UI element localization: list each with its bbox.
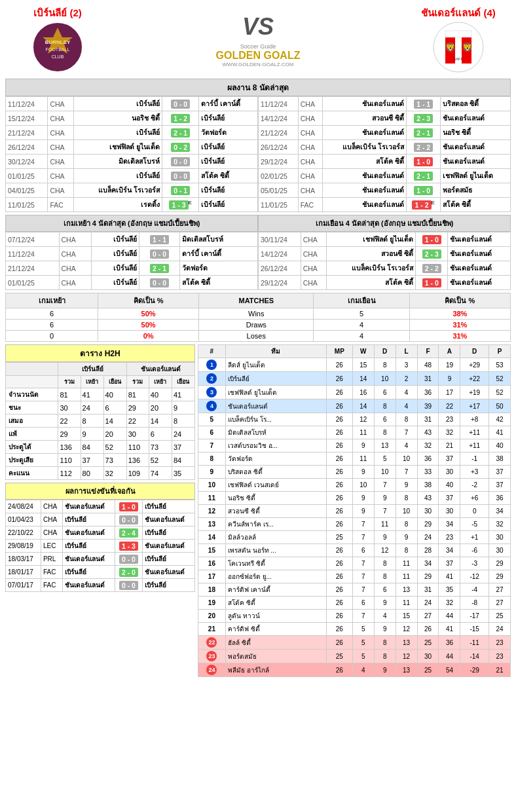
league-mp: 26 bbox=[326, 358, 352, 372]
league-a: 40 bbox=[439, 479, 460, 492]
list-item: 07/12/24 CHA เบิร์นลีย์ 1 - 1 มิดเดิลสโบ… bbox=[6, 232, 258, 247]
match-date: 05/01/25 bbox=[259, 183, 299, 198]
h2h-b-home: 8 bbox=[81, 415, 103, 428]
h2h-b-away: 20 bbox=[103, 428, 126, 441]
h2h-s-home: 73 bbox=[149, 441, 172, 454]
match-away: สโต้ค ซิตี้ bbox=[198, 169, 257, 183]
table-row: คะแนน 112 80 32 109 74 35 bbox=[6, 467, 195, 480]
col-l: L bbox=[396, 345, 417, 358]
match-away: ชันเดอร์แลนด์ bbox=[441, 140, 511, 155]
league-pts: 23 bbox=[488, 636, 510, 650]
match-home: ชันเดอร์แลนด์ bbox=[322, 97, 406, 111]
league-pts: 37 bbox=[488, 466, 510, 479]
match-comp: CHA bbox=[298, 126, 322, 140]
league-diff: +6 bbox=[460, 492, 489, 505]
h2h-sunderland-header: ชันเดอร์แลนด์ bbox=[126, 363, 194, 376]
list-item: 02/01/25 CHA ชันเดอร์แลนด์ 2 - 1 เชฟฟิลด… bbox=[259, 169, 511, 183]
h2h-s-total: 30 bbox=[126, 428, 149, 441]
league-pts: 41 bbox=[488, 426, 510, 439]
match-score: 0 - 0 bbox=[139, 276, 179, 290]
league-w: 5 bbox=[352, 623, 374, 636]
table-row: 15 เพรสตัน นอร์ท ... 26 6 12 8 28 34 -6 … bbox=[198, 544, 511, 557]
match-comp: CHA bbox=[48, 183, 73, 198]
score-badge: 1 - 0 bbox=[422, 278, 441, 287]
league-rank: 5 bbox=[198, 413, 226, 426]
h2h-b-total: 29 bbox=[58, 428, 81, 441]
list-item: 26/12/24 CHA เชฟฟิลด์ ยูไนเต็ด 0 - 2 เบิ… bbox=[6, 140, 258, 155]
h2h-s-total: 29 bbox=[126, 401, 149, 415]
league-rank: 13 bbox=[198, 518, 226, 531]
champ-form: เกมเหย้า 4 นัดล่าสุด (อังกฤษ แชมป์เปี้ยน… bbox=[5, 215, 511, 290]
league-f: 34 bbox=[417, 557, 439, 570]
table-row: 5 แบล็คเบิร์น โร... 26 12 6 8 31 23 +8 4… bbox=[198, 413, 511, 426]
h2h-col: ตาราง H2H เบิร์นลีย์ ชันเดอร์แลนด์ รวม เ… bbox=[5, 344, 195, 677]
league-rank: 14 bbox=[198, 531, 226, 544]
match-away: บริสตอล ซิตี้ bbox=[441, 97, 511, 111]
team2-title: ชันเดอร์แลนด์ (4) bbox=[406, 5, 511, 21]
league-f: 36 bbox=[417, 386, 439, 399]
burnley-logo: BURNLEY FOOTBALL CLUB bbox=[31, 21, 84, 73]
league-l: 8 bbox=[396, 413, 417, 426]
league-f: 24 bbox=[417, 597, 439, 610]
past-score: 0 - 0 bbox=[115, 553, 142, 566]
league-team: เชฟฟิลด์ เวนสเดย์ bbox=[225, 479, 326, 492]
score-badge: 2 - 1 bbox=[150, 264, 169, 273]
league-pts: 24 bbox=[488, 623, 510, 636]
match-date: 26/12/24 bbox=[259, 140, 299, 155]
league-d: 12 bbox=[374, 544, 396, 557]
league-l: 13 bbox=[396, 663, 417, 677]
league-diff: -3 bbox=[460, 557, 489, 570]
h2h-s-total: 109 bbox=[126, 467, 149, 480]
league-w: 9 bbox=[352, 505, 374, 518]
h2h-s-home: 6 bbox=[149, 428, 172, 441]
league-w: 10 bbox=[352, 479, 374, 492]
away-draws-pct: 31% bbox=[409, 320, 510, 331]
league-f: 29 bbox=[417, 570, 439, 583]
league-team: แบล็คเบิร์น โร... bbox=[225, 413, 326, 426]
league-w: 4 bbox=[352, 663, 374, 677]
league-l: 7 bbox=[396, 466, 417, 479]
list-item: 11/01/25 FAC ชันเดอร์แลนด์ 1 - 2E สโต้ค … bbox=[259, 198, 511, 212]
league-team: มิดเดิลสโบรห์ bbox=[225, 426, 326, 439]
h2h-sub-headers: รวม เหย้า เยือน รวม เหย้า เยือน bbox=[6, 376, 195, 388]
league-diff: -15 bbox=[460, 623, 489, 636]
svg-point-5 bbox=[433, 22, 483, 72]
league-rank: 20 bbox=[198, 610, 226, 623]
score-badge: 1 - 3 bbox=[119, 542, 138, 551]
col-rank: # bbox=[198, 345, 226, 358]
league-mp: 26 bbox=[326, 492, 352, 505]
table-row: 10 เชฟฟิลด์ เวนสเดย์ 26 10 7 9 38 40 -2 … bbox=[198, 479, 511, 492]
league-w: 7 bbox=[352, 518, 374, 531]
h2h-b-home: 41 bbox=[81, 388, 103, 401]
league-l: 8 bbox=[396, 518, 417, 531]
match-score: 1 - 0 bbox=[406, 155, 441, 169]
h2h-s-away: 41 bbox=[172, 388, 194, 401]
sunderland-logo: SAFC 🦁 🦁 bbox=[432, 21, 485, 73]
match-date: 21/12/24 bbox=[6, 126, 48, 140]
match-score: 2 - 3 bbox=[416, 247, 448, 261]
h2h-b-home: 80 bbox=[81, 467, 103, 480]
table-row: 7 เวสต์บรอมวิช อ... 26 9 13 4 32 21 +11 … bbox=[198, 439, 511, 452]
loses-row: 0 0% Loses 4 31% bbox=[6, 331, 511, 342]
league-pts: 23 bbox=[488, 650, 510, 663]
league-w: 11 bbox=[352, 452, 374, 466]
league-f: 31 bbox=[417, 413, 439, 426]
table-row: 18/01/17 FAC เบิร์นลีย์ 2 - 0 ชันเดอร์แล… bbox=[6, 566, 195, 579]
draws-row: 6 50% Draws 4 31% bbox=[6, 320, 511, 331]
h2h-s-home: 14 bbox=[149, 415, 172, 428]
league-rank: 19 bbox=[198, 597, 226, 610]
match-date: 11/12/24 bbox=[6, 247, 60, 261]
match-away: พอร์ตสมัธ bbox=[441, 183, 511, 198]
league-team: เพรสตัน นอร์ท ... bbox=[225, 544, 326, 557]
match-date: 14/12/24 bbox=[259, 111, 299, 126]
league-pts: 27 bbox=[488, 583, 510, 597]
league-rank: 11 bbox=[198, 492, 226, 505]
league-w: 6 bbox=[352, 544, 374, 557]
match-score: 2 - 2 bbox=[406, 140, 441, 155]
league-w: 7 bbox=[352, 531, 374, 544]
league-mp: 26 bbox=[326, 610, 352, 623]
league-l: 12 bbox=[396, 650, 417, 663]
match-score: 1 - 0 bbox=[416, 276, 448, 290]
past-table: 24/08/24 CHA ชันเดอร์แลนด์ 1 - 0 เบิร์นล… bbox=[5, 500, 195, 592]
past-home: ชันเดอร์แลนด์ bbox=[62, 579, 115, 592]
